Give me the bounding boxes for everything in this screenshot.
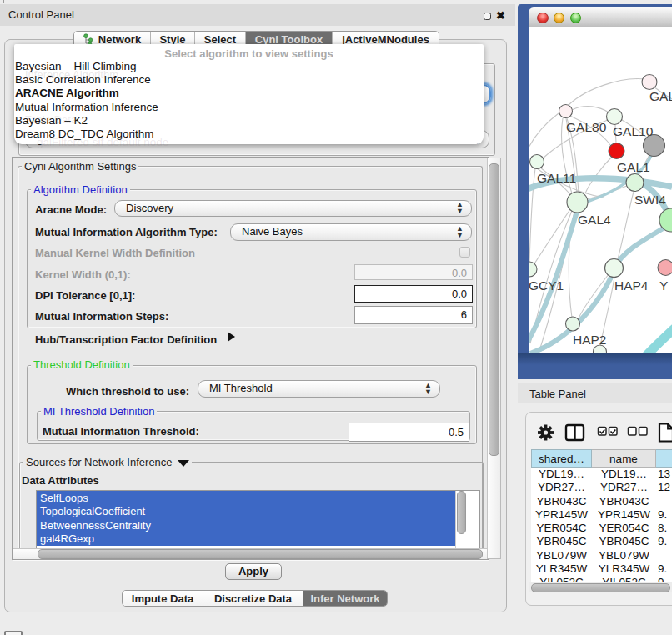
svg-text:GAL10: GAL10: [613, 124, 654, 138]
svg-text:Y: Y: [659, 278, 668, 292]
svg-text:GAL80: GAL80: [566, 120, 607, 134]
svg-text:SWI4: SWI4: [634, 192, 666, 207]
svg-text:HAP2: HAP2: [573, 332, 607, 347]
svg-text:GAL11: GAL11: [537, 171, 576, 185]
svg-text:GAL2: GAL2: [649, 89, 672, 103]
svg-text:GCY1: GCY1: [529, 278, 564, 292]
svg-text:GAL1: GAL1: [617, 160, 650, 174]
svg-text:HAP4: HAP4: [614, 278, 649, 292]
svg-text:GAL4: GAL4: [578, 212, 611, 227]
